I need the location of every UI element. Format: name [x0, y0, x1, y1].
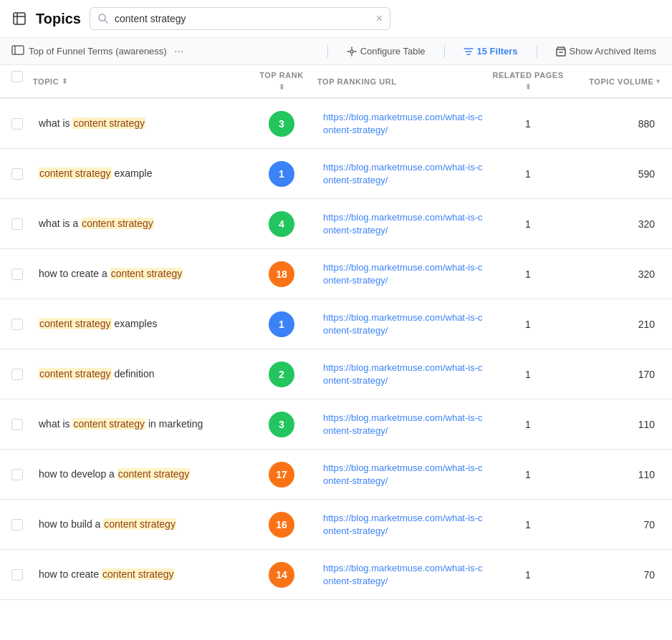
search-box[interactable]: ×	[90, 7, 390, 30]
url-cell-1: https://blog.marketmuse.com/what-is-cont…	[317, 155, 489, 193]
row-checkbox-7[interactable]	[11, 469, 33, 480]
topic-cell-5: content strategy definition	[33, 359, 246, 390]
svg-line-4	[105, 20, 107, 23]
rank-badge-6: 3	[269, 412, 294, 437]
related-pages-cell-5: 1	[489, 369, 567, 380]
volume-cell-8: 70	[567, 519, 661, 530]
url-link-2[interactable]: https://blog.marketmuse.com/what-is-cont…	[323, 212, 483, 236]
rank-cell-6: 3	[246, 412, 317, 437]
url-link-9[interactable]: https://blog.marketmuse.com/what-is-cont…	[323, 563, 483, 586]
related-pages-cell-4: 1	[489, 319, 567, 330]
topic-prefix-2: what is a	[39, 218, 81, 229]
volume-sort-icon: ▾	[656, 77, 661, 85]
topic-cell-3: how to create a content strategy	[33, 258, 246, 290]
rank-badge-8: 16	[269, 512, 294, 538]
url-cell-8: https://blog.marketmuse.com/what-is-cont…	[317, 506, 489, 543]
related-pages-cell-6: 1	[489, 419, 567, 430]
rank-cell-5: 2	[246, 362, 317, 387]
topic-highlight-3: content strategy	[110, 268, 183, 279]
toolbar-divider2	[444, 45, 445, 58]
topic-sort-icon: ⬍	[62, 77, 68, 85]
topic-prefix-7: how to develop a	[39, 468, 117, 480]
url-cell-4: https://blog.marketmuse.com/what-is-cont…	[317, 306, 489, 343]
related-pages-column-header[interactable]: RELATED PAGES ⬍	[489, 71, 567, 92]
show-archived-label: Show Archived Items	[570, 46, 656, 57]
table-row: how to develop a content strategy 17 htt…	[0, 450, 672, 500]
row-checkbox-2[interactable]	[11, 218, 33, 230]
url-link-5[interactable]: https://blog.marketmuse.com/what-is-cont…	[323, 362, 483, 386]
url-link-4[interactable]: https://blog.marketmuse.com/what-is-cont…	[323, 312, 483, 336]
row-checkbox-1[interactable]	[11, 168, 33, 180]
table-row: content strategy example 1 https://blog.…	[0, 149, 672, 199]
url-cell-5: https://blog.marketmuse.com/what-is-cont…	[317, 356, 489, 393]
topic-highlight-4: content strategy	[39, 318, 112, 329]
topic-highlight-0: content strategy	[72, 117, 145, 129]
related-pages-cell-2: 1	[489, 218, 567, 230]
topic-prefix-3: how to create a	[39, 268, 110, 279]
configure-table-button[interactable]: Configure Table	[342, 44, 430, 59]
archive-icon	[556, 47, 566, 57]
table-header: TOPIC ⬍ TOP RANK ⬍ TOP RANKING URL RELAT…	[0, 65, 672, 99]
panel-icon	[11, 45, 24, 57]
topic-cell-7: how to develop a content strategy	[33, 459, 246, 490]
url-cell-0: https://blog.marketmuse.com/what-is-cont…	[317, 105, 489, 142]
table-row: content strategy definition 2 https://bl…	[0, 349, 672, 399]
topic-cell-1: content strategy example	[33, 158, 246, 190]
url-cell-7: https://blog.marketmuse.com/what-is-cont…	[317, 456, 489, 493]
url-link-6[interactable]: https://blog.marketmuse.com/what-is-cont…	[323, 412, 483, 436]
url-cell-6: https://blog.marketmuse.com/what-is-cont…	[317, 406, 489, 443]
topic-column-header[interactable]: TOPIC ⬍	[33, 71, 246, 92]
top-rank-column-header[interactable]: TOP RANK ⬍	[246, 71, 317, 92]
clear-search-button[interactable]: ×	[376, 12, 383, 25]
svg-rect-0	[14, 13, 25, 24]
rank-badge-1: 1	[269, 161, 294, 187]
topic-suffix-4: examples	[112, 318, 158, 329]
search-input[interactable]	[115, 13, 370, 24]
row-checkbox-3[interactable]	[11, 268, 33, 280]
toolbar: Top of Funnel Terms (awareness) ⋯ Config…	[0, 38, 672, 65]
rank-sort-icon: ⬍	[279, 83, 285, 92]
volume-column-header[interactable]: TOPIC VOLUME ▾	[567, 71, 661, 92]
topic-prefix-6: what is	[39, 418, 72, 430]
topic-highlight-6: content strategy	[72, 418, 145, 430]
related-pages-cell-1: 1	[489, 168, 567, 180]
toolbar-divider	[327, 45, 328, 58]
topic-suffix-5: definition	[112, 368, 155, 379]
volume-cell-1: 590	[567, 168, 661, 180]
url-link-0[interactable]: https://blog.marketmuse.com/what-is-cont…	[323, 112, 483, 135]
topic-prefix-8: how to build a	[39, 518, 103, 530]
volume-cell-7: 110	[567, 469, 661, 480]
rank-cell-1: 1	[246, 161, 317, 187]
topic-highlight-7: content strategy	[117, 468, 191, 480]
topic-cell-9: how to create content strategy	[33, 559, 246, 591]
svg-point-7	[350, 50, 353, 53]
select-all-checkbox[interactable]	[11, 71, 33, 92]
segment-options-button[interactable]: ⋯	[171, 44, 186, 58]
show-archived-button[interactable]: Show Archived Items	[552, 44, 661, 59]
volume-cell-2: 320	[567, 218, 661, 230]
table-row: how to create content strategy 14 https:…	[0, 550, 672, 600]
toolbar-left: Top of Funnel Terms (awareness) ⋯	[11, 44, 313, 58]
url-link-7[interactable]: https://blog.marketmuse.com/what-is-cont…	[323, 462, 483, 486]
topic-suffix-6: in marketing	[145, 418, 203, 430]
related-pages-cell-3: 1	[489, 268, 567, 280]
row-checkbox-5[interactable]	[11, 369, 33, 380]
url-link-1[interactable]: https://blog.marketmuse.com/what-is-cont…	[323, 162, 483, 185]
topic-highlight-5: content strategy	[39, 368, 112, 379]
row-checkbox-4[interactable]	[11, 319, 33, 330]
url-link-8[interactable]: https://blog.marketmuse.com/what-is-cont…	[323, 513, 483, 536]
rank-cell-2: 4	[246, 211, 317, 237]
topic-cell-8: how to build a content strategy	[33, 509, 246, 540]
rank-badge-9: 14	[269, 562, 294, 588]
topic-prefix-9: how to create	[39, 568, 102, 580]
filters-button[interactable]: 15 Filters	[459, 44, 522, 59]
row-checkbox-6[interactable]	[11, 419, 33, 430]
row-checkbox-0[interactable]	[11, 118, 33, 130]
url-link-3[interactable]: https://blog.marketmuse.com/what-is-cont…	[323, 262, 483, 286]
related-pages-cell-8: 1	[489, 519, 567, 530]
filters-label: 15 Filters	[477, 46, 518, 57]
configure-table-label: Configure Table	[360, 46, 426, 57]
row-checkbox-9[interactable]	[11, 569, 33, 581]
table-row: what is content strategy in marketing 3 …	[0, 399, 672, 450]
row-checkbox-8[interactable]	[11, 519, 33, 530]
